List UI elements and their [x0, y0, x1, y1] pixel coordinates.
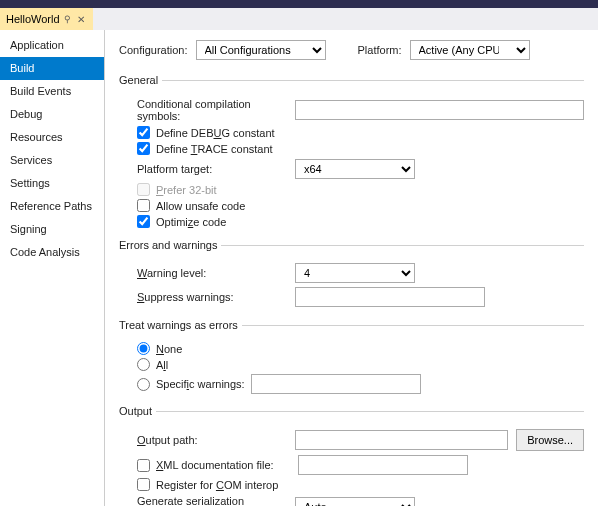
platform-target-label: Platform target: [137, 163, 287, 175]
errors-group: Errors and warnings Warning level: 4 Sup… [119, 239, 584, 313]
xml-doc-input [298, 455, 468, 475]
output-legend: Output [119, 405, 156, 417]
errors-legend: Errors and warnings [119, 239, 221, 251]
treat-specific-radio[interactable] [137, 378, 150, 391]
com-interop-label: Register for COM interop [156, 479, 278, 491]
treat-all-label: All [156, 359, 168, 371]
output-path-input[interactable] [295, 430, 508, 450]
treat-specific-label: Specific warnings: [156, 378, 245, 390]
tab-bar: HelloWorld ⚲ ✕ [0, 8, 598, 30]
cond-symbols-input[interactable] [295, 100, 584, 120]
treat-specific-input [251, 374, 421, 394]
general-legend: General [119, 74, 162, 86]
configuration-label: Configuration: [119, 44, 188, 56]
serialization-select[interactable]: Auto [295, 497, 415, 506]
treat-none-label: None [156, 343, 182, 355]
build-settings-panel: Configuration: All Configurations Platfo… [105, 30, 598, 506]
sidebar-item-debug[interactable]: Debug [0, 103, 104, 126]
treat-none-radio[interactable] [137, 342, 150, 355]
output-path-label: Output path: [137, 434, 287, 446]
cond-symbols-label: Conditional compilation symbols: [137, 98, 287, 122]
tab-helloworld[interactable]: HelloWorld ⚲ ✕ [0, 8, 93, 30]
com-interop-checkbox[interactable] [137, 478, 150, 491]
sidebar-item-build-events[interactable]: Build Events [0, 80, 104, 103]
platform-target-select[interactable]: x64 [295, 159, 415, 179]
sidebar-item-resources[interactable]: Resources [0, 126, 104, 149]
xml-doc-label: XML documentation file: [156, 459, 292, 471]
browse-button[interactable]: Browse... [516, 429, 584, 451]
define-debug-checkbox[interactable] [137, 126, 150, 139]
define-trace-checkbox[interactable] [137, 142, 150, 155]
pin-icon[interactable]: ⚲ [64, 14, 71, 24]
sidebar-item-services[interactable]: Services [0, 149, 104, 172]
suppress-warnings-input[interactable] [295, 287, 485, 307]
warning-level-select[interactable]: 4 [295, 263, 415, 283]
sidebar-item-reference-paths[interactable]: Reference Paths [0, 195, 104, 218]
optimize-label: Optimize code [156, 216, 226, 228]
sidebar-item-application[interactable]: Application [0, 34, 104, 57]
serialization-label: Generate serialization assembly: [137, 495, 287, 506]
title-bar [0, 0, 598, 8]
define-trace-label: Define TRACE constant [156, 143, 273, 155]
treat-warnings-legend: Treat warnings as errors [119, 319, 242, 331]
sidebar-item-settings[interactable]: Settings [0, 172, 104, 195]
close-icon[interactable]: ✕ [75, 14, 87, 25]
platform-select[interactable]: Active (Any CPU) [410, 40, 530, 60]
suppress-warnings-label: Suppress warnings: [137, 291, 287, 303]
treat-all-radio[interactable] [137, 358, 150, 371]
sidebar: ApplicationBuildBuild EventsDebugResourc… [0, 30, 105, 506]
prefer-32bit-label: Prefer 32-bit [156, 184, 217, 196]
sidebar-item-signing[interactable]: Signing [0, 218, 104, 241]
platform-label: Platform: [358, 44, 402, 56]
sidebar-item-code-analysis[interactable]: Code Analysis [0, 241, 104, 264]
xml-doc-checkbox[interactable] [137, 459, 150, 472]
output-group: Output Output path: Browse... XML docume… [119, 405, 584, 506]
warning-level-label: Warning level: [137, 267, 287, 279]
configuration-select[interactable]: All Configurations [196, 40, 326, 60]
prefer-32bit-checkbox [137, 183, 150, 196]
tab-label: HelloWorld [6, 13, 60, 25]
general-group: General Conditional compilation symbols:… [119, 74, 584, 233]
optimize-checkbox[interactable] [137, 215, 150, 228]
sidebar-item-build[interactable]: Build [0, 57, 104, 80]
treat-warnings-group: Treat warnings as errors None All Specif… [119, 319, 584, 399]
allow-unsafe-checkbox[interactable] [137, 199, 150, 212]
define-debug-label: Define DEBUG constant [156, 127, 275, 139]
allow-unsafe-label: Allow unsafe code [156, 200, 245, 212]
